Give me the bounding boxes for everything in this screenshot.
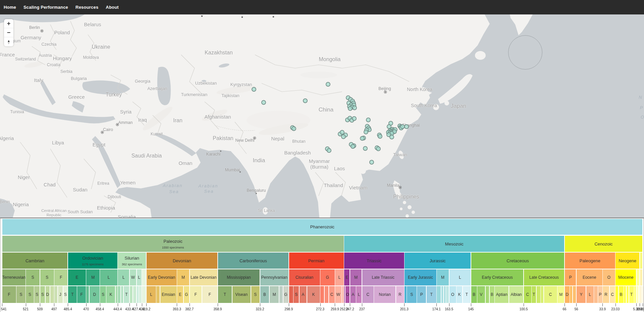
timescale-cell-stages[interactable] <box>437 286 441 303</box>
timescale-cell-terreneuvian[interactable]: Terreneuvian <box>2 269 25 285</box>
timescale-cell-s[interactable]: S <box>26 269 40 285</box>
timescale-cell-stages[interactable] <box>641 286 641 303</box>
timescale-cell-m[interactable]: M <box>270 286 279 303</box>
timescale-cell-d[interactable]: D <box>565 286 570 303</box>
timescale-cell-stages[interactable] <box>643 286 643 303</box>
timescale-cell-mississippian[interactable]: Mississippian <box>218 269 260 285</box>
timescale-cell-stages[interactable] <box>139 286 142 303</box>
specimen-marker[interactable] <box>352 116 357 121</box>
timescale-cell-r[interactable]: R <box>396 286 404 303</box>
timescale-cell-stages[interactable] <box>344 286 345 303</box>
timescale-cell-stages[interactable] <box>320 286 324 303</box>
specimen-marker[interactable] <box>348 106 353 111</box>
timescale-cell-t[interactable]: T <box>68 286 77 303</box>
timescale-cell-miocene[interactable]: Miocene <box>615 269 636 285</box>
timescale-cell-t[interactable]: T <box>629 286 634 303</box>
timescale-cell-l[interactable]: L <box>137 269 142 285</box>
timescale-cell-stages[interactable] <box>642 286 642 303</box>
timescale-cell-s[interactable]: S <box>40 286 45 303</box>
specimen-marker[interactable] <box>389 135 394 139</box>
timescale-cell-albian[interactable]: Albian <box>509 286 524 303</box>
timescale-cell-f[interactable]: F <box>202 286 217 303</box>
cluster-circle[interactable] <box>508 35 542 70</box>
timescale-cell-o[interactable]: O <box>603 269 615 285</box>
timescale-cell-c[interactable]: C <box>362 286 374 303</box>
timescale-cell-l[interactable]: L <box>147 286 156 303</box>
timescale-cell-l[interactable]: L <box>100 269 117 285</box>
specimen-marker[interactable] <box>360 136 365 141</box>
specimen-marker[interactable] <box>404 124 409 129</box>
specimen-marker[interactable] <box>303 98 308 103</box>
timescale-cell-s[interactable]: S <box>407 286 416 303</box>
timescale-cell-l[interactable]: L <box>586 286 594 303</box>
specimen-marker[interactable] <box>369 160 374 165</box>
timescale-cell-stages[interactable] <box>133 286 136 303</box>
specimen-marker[interactable] <box>364 130 368 134</box>
timescale-cell-aptian[interactable]: Aptian <box>495 286 508 303</box>
timescale-cell-pennsylvanian[interactable]: Pennsylvanian <box>260 269 288 285</box>
timescale-cell-stages[interactable] <box>156 286 160 303</box>
timescale-cell-f[interactable]: F <box>77 286 86 303</box>
timescale-cell-e[interactable]: E <box>68 269 86 285</box>
timescale-cell-c[interactable]: C <box>524 286 531 303</box>
timescale-cell-stages[interactable] <box>615 286 618 303</box>
timescale-cell-l[interactable]: L <box>356 286 362 303</box>
timescale-cell-carboniferous[interactable]: Carboniferous <box>218 253 288 269</box>
specimen-marker[interactable] <box>341 134 346 139</box>
timescale-cell-f[interactable]: F <box>54 269 67 285</box>
timescale-cell-s[interactable]: S <box>251 286 260 303</box>
timescale-cell-m[interactable]: M <box>557 286 564 303</box>
zoom-out-button[interactable]: − <box>4 28 13 37</box>
timescale-cell-stages[interactable] <box>634 286 636 303</box>
timescale-cell-stages[interactable] <box>279 286 283 303</box>
timescale-cell-stages[interactable] <box>640 286 640 303</box>
specimen-marker[interactable] <box>327 148 331 153</box>
timescale-cell-permian[interactable]: Permian <box>289 253 344 269</box>
timescale-cell-s[interactable]: S <box>40 269 54 285</box>
timescale-cell-y[interactable]: Y <box>577 286 586 303</box>
specimen-marker[interactable] <box>366 118 371 122</box>
timescale-cell-cambrian[interactable]: Cambrian <box>2 253 68 269</box>
timescale-cell-l[interactable]: L <box>449 269 471 285</box>
timescale-cell-g[interactable]: G <box>184 286 189 303</box>
timescale-cell-b[interactable]: B <box>619 286 624 303</box>
specimen-marker[interactable] <box>352 105 357 110</box>
specimen-marker[interactable] <box>378 134 382 139</box>
timescale-cell-g[interactable]: G <box>320 269 334 285</box>
timescale-cell-early-devonian[interactable]: Early Devonian <box>147 269 177 285</box>
timescale-cell-g[interactable]: G <box>283 286 288 303</box>
timescale-cell-stages[interactable] <box>537 286 540 303</box>
timescale-cell-stages[interactable] <box>325 286 328 303</box>
timescale-cell-eocene[interactable]: Eocene <box>577 269 602 285</box>
nav-item-scaling-performance[interactable]: Scaling Performance <box>23 5 68 10</box>
timescale-cell-stages[interactable] <box>570 286 572 303</box>
timescale-cell-late-devonian[interactable]: Late Devonian <box>190 269 217 285</box>
timescale-cell-m[interactable]: M <box>437 269 449 285</box>
timescale-cell-triassic[interactable]: Triassic <box>344 253 404 269</box>
specimen-marker[interactable] <box>326 82 330 87</box>
timescale-cell-stages[interactable] <box>54 286 57 303</box>
timescale-cell-cisuralian[interactable]: Cisuralian <box>289 269 320 285</box>
specimen-marker[interactable] <box>376 146 381 151</box>
timescale-cell-s[interactable]: S <box>293 286 299 303</box>
timescale-cell-v[interactable]: V <box>477 286 485 303</box>
timescale-cell-epochs[interactable] <box>643 269 643 285</box>
timescale-cell-stages[interactable] <box>116 286 117 303</box>
timescale-cell-stages[interactable] <box>624 286 626 303</box>
timescale-cell-epochs[interactable] <box>142 269 146 285</box>
specimen-marker[interactable] <box>291 126 296 131</box>
timescale-cell-d[interactable]: D <box>90 286 100 303</box>
timescale-cell-t[interactable]: T <box>427 286 436 303</box>
timescale-cell-stages[interactable] <box>118 286 120 303</box>
timescale-cell-stages[interactable] <box>137 286 139 303</box>
specimen-marker[interactable] <box>363 146 368 151</box>
timescale-cell-stages[interactable] <box>130 286 133 303</box>
timescale-cell-s[interactable]: S <box>100 286 106 303</box>
timescale-cell-o[interactable]: O <box>449 286 456 303</box>
timescale-cell-early-cretaceous[interactable]: Early Cretaceous <box>471 269 524 285</box>
timescale-cell-m[interactable]: M <box>86 269 99 285</box>
timescale-cell-periods[interactable] <box>640 253 643 269</box>
timescale-cell-neogene[interactable]: Neogene <box>615 253 639 269</box>
map-canvas[interactable]: FranceSwitzerlandGermanyBelgiumPolandBel… <box>0 14 644 218</box>
zoom-in-button[interactable]: + <box>4 19 13 28</box>
